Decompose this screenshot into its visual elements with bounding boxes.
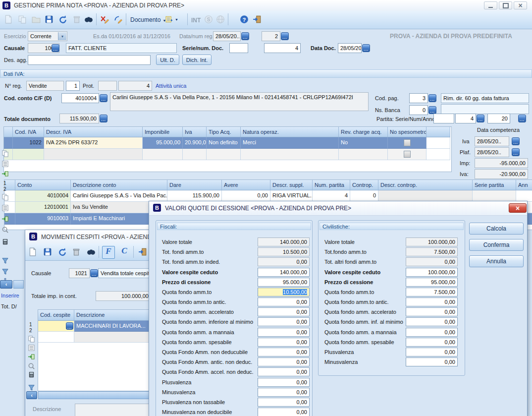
causale-desc-field[interactable]: FATT. CLIENTE bbox=[66, 43, 177, 53]
civilistiche-row-field[interactable]: 0,00 bbox=[406, 357, 458, 366]
insert-row-icon[interactable] bbox=[1, 170, 9, 178]
fiscale-toggle-button[interactable]: F bbox=[102, 246, 115, 259]
competenza-iva-field[interactable]: 28/05/20.. bbox=[475, 136, 509, 146]
conto-column-header[interactable]: Controp. bbox=[350, 180, 378, 190]
iva-column-header[interactable]: Imponibile bbox=[143, 127, 183, 137]
registro-field[interactable]: Vendite bbox=[26, 81, 64, 91]
prot-serie-field[interactable] bbox=[98, 81, 117, 91]
dialog-button-conferma[interactable]: Conferma bbox=[469, 239, 524, 251]
fiscali-row-field[interactable]: 140.000,00 bbox=[258, 238, 310, 246]
civilistiche-row-field[interactable]: 0,00 bbox=[406, 257, 458, 266]
civilistiche-row-field[interactable]: 0,00 bbox=[406, 307, 458, 316]
serie-doc-field[interactable] bbox=[229, 43, 248, 53]
fiscali-row-field[interactable]: 95.000,00 bbox=[258, 278, 310, 287]
delete-row-icon[interactable] bbox=[98, 13, 111, 26]
save-icon[interactable] bbox=[43, 13, 55, 26]
copy-row-icon[interactable] bbox=[1, 193, 9, 201]
partita-anno-field[interactable]: 20 bbox=[487, 114, 510, 123]
data-doc-field[interactable]: 28/05/20.. bbox=[338, 43, 362, 53]
cod-pag-field[interactable]: 3 bbox=[409, 93, 428, 103]
iva-column-header[interactable]: Descr. IVA bbox=[44, 127, 143, 137]
fiscali-row-field[interactable]: 0,00 bbox=[258, 408, 310, 416]
iva-row-cell[interactable]: 20.900,0 bbox=[183, 137, 207, 149]
fiscali-row-field[interactable]: 0,00 bbox=[258, 398, 310, 407]
exit-icon[interactable] bbox=[251, 13, 264, 26]
data-reg-field[interactable]: 28/05/20.. bbox=[213, 31, 241, 41]
undo-icon[interactable] bbox=[56, 13, 69, 26]
civilistiche-row-field[interactable]: 0,00 bbox=[406, 297, 458, 306]
iva-column-header[interactable]: Natura operaz. bbox=[241, 127, 339, 137]
dialog-close-button[interactable] bbox=[509, 203, 527, 213]
conto-row-cell[interactable] bbox=[378, 190, 473, 202]
insert-row-icon[interactable] bbox=[28, 353, 36, 361]
plaf-field[interactable]: 28/05/20.. bbox=[475, 147, 509, 157]
prot-num-field[interactable]: 4 bbox=[118, 81, 152, 91]
iva-empty-row-cell[interactable] bbox=[183, 149, 207, 160]
conto-column-header[interactable]: Descrizione conto bbox=[71, 180, 167, 190]
documento-menu[interactable]: Documento▼ bbox=[130, 16, 166, 23]
conto-row-cell[interactable]: 9010003 bbox=[15, 213, 71, 225]
cespiti-causale-code-field[interactable]: 1021 bbox=[69, 268, 90, 278]
delete-icon[interactable] bbox=[70, 13, 83, 26]
data-doc-lookup-button[interactable] bbox=[362, 44, 370, 52]
calculator-icon[interactable] bbox=[28, 371, 36, 379]
filter-icon[interactable] bbox=[1, 257, 9, 265]
cod-pag-lookup-button[interactable] bbox=[428, 94, 436, 102]
filter-icon[interactable] bbox=[28, 384, 36, 392]
totale-lookup-button[interactable] bbox=[100, 115, 107, 122]
dialog-button-calcola[interactable]: Calcola bbox=[469, 223, 524, 235]
fiscali-row-field[interactable]: 0,00 bbox=[258, 367, 310, 376]
fiscali-row-field[interactable]: 0,00 bbox=[258, 388, 310, 397]
fiscali-row-field[interactable]: 0,00 bbox=[258, 348, 310, 357]
civilistiche-row-field[interactable]: 0,00 bbox=[406, 348, 458, 357]
iva-row-cell[interactable]: Non definito bbox=[207, 137, 241, 149]
horizontal-scrollbar[interactable] bbox=[13, 280, 24, 289]
conto-column-header[interactable]: Descr. controp. bbox=[378, 180, 473, 190]
des-agg-field[interactable] bbox=[28, 55, 151, 65]
calculator-icon[interactable] bbox=[1, 238, 9, 246]
exit-icon[interactable] bbox=[136, 245, 149, 258]
save-icon[interactable] bbox=[41, 245, 54, 258]
civilistico-toggle-button[interactable]: C bbox=[118, 246, 130, 258]
scroll-left-button[interactable] bbox=[0, 280, 12, 289]
civilistiche-row-field[interactable]: 100.000,00 bbox=[406, 238, 458, 246]
civilistiche-row-field[interactable]: 100.000,00 bbox=[406, 268, 458, 277]
ult-d-button[interactable]: Ult. D. bbox=[156, 55, 179, 65]
copy-row-icon[interactable] bbox=[1, 150, 9, 158]
causale-lookup-button[interactable] bbox=[52, 44, 59, 52]
intra-icon[interactable]: INT bbox=[191, 17, 201, 24]
partita-anno-lookup-button[interactable] bbox=[518, 115, 526, 122]
civilistiche-row-field[interactable]: 0,00 bbox=[406, 317, 458, 326]
iva-column-header[interactable]: Iva bbox=[183, 127, 207, 137]
minimize-button[interactable] bbox=[484, 1, 497, 9]
list-rows-icon[interactable] bbox=[28, 344, 36, 352]
conto-column-header[interactable]: Serie partita bbox=[473, 180, 516, 190]
insert-row-icon[interactable] bbox=[1, 215, 9, 223]
conto-row-cell[interactable]: 12010001 bbox=[15, 202, 71, 213]
open-icon[interactable] bbox=[30, 13, 43, 26]
search-icon[interactable] bbox=[82, 13, 95, 26]
iva-column-header[interactable]: Rev. charge acq. bbox=[339, 127, 388, 137]
iva-empty-row-cell[interactable] bbox=[388, 149, 426, 160]
conto-column-header[interactable]: Ann bbox=[516, 180, 532, 190]
n-reg-field[interactable]: 1 bbox=[66, 81, 80, 91]
iva-empty-row-cell[interactable] bbox=[207, 149, 241, 160]
civilistiche-row-field[interactable]: 95.000,00 bbox=[406, 278, 458, 287]
data-reg-lookup-button[interactable] bbox=[241, 32, 249, 40]
dich-int-button[interactable]: Dich. Int. bbox=[182, 55, 212, 65]
copy-row-icon[interactable] bbox=[28, 335, 36, 343]
totale-documento-field[interactable]: 115.900,00 bbox=[59, 114, 99, 123]
checkbox[interactable] bbox=[404, 151, 411, 158]
zoom-row-icon[interactable] bbox=[28, 362, 36, 370]
cespite-lookup-button[interactable] bbox=[66, 322, 73, 330]
ns-banca-lookup-button[interactable] bbox=[428, 106, 436, 114]
iva-column-header[interactable]: Cod. IVA bbox=[13, 127, 44, 137]
civilistiche-row-field[interactable]: 7.500,00 bbox=[406, 288, 458, 297]
iva-empty-row-cell[interactable] bbox=[44, 149, 143, 160]
num-reg-field[interactable]: 2 bbox=[262, 31, 280, 41]
conto-row-cell[interactable]: 0,00 bbox=[222, 190, 270, 202]
num-reg-lookup-button[interactable] bbox=[281, 32, 289, 40]
delete-icon[interactable] bbox=[70, 245, 83, 258]
fiscali-row-field[interactable]: 0,00 bbox=[258, 338, 310, 347]
conto-row-cell[interactable]: 115.900,00 bbox=[167, 190, 222, 202]
